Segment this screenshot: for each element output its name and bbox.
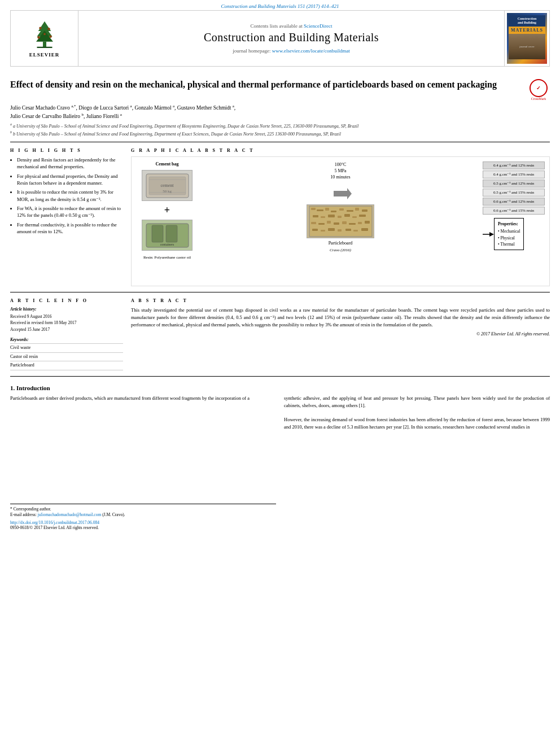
doi-line[interactable]: http://dx.doi.org/10.1016/j.conbuildmat.…	[10, 520, 276, 525]
ga-right-col: 0.4 g.cm⁻³ and 12% resin 0.4 g.cm⁻³ and …	[483, 161, 545, 250]
mix-row-6: 0.6 g.cm⁻³ and 15% resin	[483, 207, 545, 215]
highlight-item-1: Density and Resin factors act independen…	[17, 156, 123, 171]
cement-bag-image: cement 50 kg	[142, 170, 193, 201]
article-info-label: A R T I C L E I N F O	[10, 298, 123, 303]
mix-row-4: 0.5 g.cm⁻³ and 15% resin	[483, 189, 545, 196]
arrow-svg	[483, 230, 494, 238]
keywords-list: Civil waste Castor oil resin Particleboa…	[10, 343, 123, 370]
affiliation-b-text: b University of São Paulo – School of An…	[13, 132, 341, 137]
svg-point-9	[43, 33, 46, 35]
mix-row-1: 0.4 g.cm⁻³ and 12% resin	[483, 161, 545, 169]
mix-row-5: 0.6 g.cm⁻³ and 12% resin	[483, 198, 545, 206]
highlight-item-2: For physical and thermal properties, the…	[17, 173, 123, 187]
email-footnote: E-mail address: juliomachadomachado@hotm…	[10, 512, 276, 518]
intro-heading: 1. Introduction	[10, 385, 550, 391]
svg-rect-47	[321, 230, 325, 231]
intro-col-2: synthetic adhesive, and the applying of …	[284, 395, 550, 530]
highlights-list: Density and Resin factors act independen…	[10, 156, 123, 235]
sciencedirect-label: Contents lists available at ScienceDirec…	[251, 23, 333, 29]
ga-inner: Cement bag cement 50 kg	[136, 161, 545, 260]
abstract-label: A B S T R A C T	[131, 298, 550, 303]
journal-title: Construction and Building Materials	[204, 31, 379, 44]
journal-reference: Construction and Building Materials 151 …	[0, 0, 560, 10]
journal-ref-text: Construction and Building Materials 151 …	[221, 3, 339, 9]
svg-rect-18	[166, 225, 177, 242]
homepage-url[interactable]: www.elsevier.com/locate/conbuildmat	[272, 48, 350, 54]
highlights-col: H I G H L I G H T S Density and Resin fa…	[10, 148, 123, 286]
introduction-section: 1. Introduction Particleboards are timbe…	[10, 385, 550, 530]
affiliation-a: a a University of São Paulo – School of …	[10, 123, 550, 129]
email-suffix: (J.M. Cravo).	[102, 512, 125, 517]
footnote-section: * Corresponding author. E-mail address: …	[10, 504, 276, 530]
graphical-abstract-label: G R A P H I C A L A B S T R A C T	[131, 148, 550, 153]
crossmark-badge[interactable]: ✓ CrossMark	[527, 79, 550, 101]
svg-rect-52	[361, 228, 368, 231]
cover-image: Construction and Building MATERIALS jour…	[507, 13, 547, 64]
svg-rect-34	[338, 216, 342, 218]
highlight-item-3: It is possible to reduce the resin conte…	[17, 189, 123, 203]
svg-rect-24	[317, 209, 323, 211]
info-abstract-section: A R T I C L E I N F O Article history: R…	[10, 298, 550, 370]
svg-rect-28	[347, 210, 353, 212]
intro-text-1: Particleboards are timber derived produc…	[10, 395, 276, 402]
svg-marker-54	[489, 232, 494, 237]
intro-text-2: synthetic adhesive, and the applying of …	[284, 395, 550, 431]
issn-line: 0950-0618/© 2017 Elsevier Ltd. All right…	[10, 525, 276, 530]
svg-rect-44	[358, 222, 362, 224]
svg-point-5	[39, 27, 42, 29]
elsevier-logo-section: ELSEVIER	[11, 11, 78, 66]
ga-left-col: Cement bag cement 50 kg	[136, 161, 198, 260]
svg-rect-17	[152, 225, 163, 242]
page: Construction and Building Materials 151 …	[0, 0, 560, 747]
svg-rect-27	[339, 208, 344, 211]
sciencedirect-link[interactable]: ScienceDirect	[304, 23, 332, 29]
svg-rect-20	[334, 191, 347, 196]
svg-rect-23	[311, 208, 316, 210]
particleboard-image	[307, 204, 374, 238]
particleboard-label: Particleboard	[329, 241, 353, 246]
plus-sign: +	[164, 204, 170, 216]
doi-text[interactable]: http://dx.doi.org/10.1016/j.conbuildmat.…	[10, 520, 99, 525]
prop-physical: • Physical	[498, 235, 520, 241]
journal-cover-thumbnail: Construction and Building MATERIALS jour…	[504, 11, 549, 66]
svg-rect-49	[338, 229, 342, 231]
elsevier-wordmark: ELSEVIER	[29, 52, 60, 58]
copyright-text: © 2017 Elsevier Ltd. All rights reserved…	[131, 331, 550, 337]
graphical-abstract-box: Cement bag cement 50 kg	[131, 156, 550, 286]
intro-two-col: Particleboards are timber derived produc…	[10, 395, 550, 530]
journal-title-section: Contents lists available at ScienceDirec…	[78, 11, 504, 66]
svg-point-8	[49, 35, 52, 38]
mix-row-2: 0.4 g.cm⁻³ and 15% resin	[483, 171, 545, 178]
keywords-label: Keywords:	[10, 337, 123, 342]
svg-rect-43	[349, 223, 356, 225]
article-title-row: Effect of density and resin on the mecha…	[10, 79, 550, 101]
accepted-date: Accepted 15 June 2017	[10, 326, 123, 333]
divider-2	[10, 292, 550, 292]
particleboard-svg	[308, 205, 373, 238]
affiliation-b: b b University of São Paulo – School of …	[10, 130, 550, 137]
abstract-text: This study investigated the potential us…	[131, 307, 550, 328]
corresponding-text: * Corresponding author.	[10, 506, 51, 512]
svg-rect-37	[359, 215, 366, 217]
authors-text: Julio Cesar Machado Cravo a,*, Diogo de …	[10, 105, 235, 111]
svg-rect-50	[345, 229, 351, 231]
prop-mechanical: • Mechanical	[498, 228, 520, 234]
email-label: E-mail address:	[10, 512, 37, 517]
mix-row-3: 0.5 g.cm⁻³ and 12% resin	[483, 180, 545, 187]
cravo-label: Cravo (2016)	[330, 248, 351, 252]
elsevier-tree-icon	[28, 20, 62, 51]
svg-rect-39	[318, 223, 325, 225]
divider-3	[10, 376, 550, 377]
svg-rect-40	[327, 221, 331, 224]
keyword-2: Castor oil resin	[10, 353, 123, 362]
svg-rect-42	[342, 221, 347, 224]
highlights-label: H I G H L I G H T S	[10, 148, 123, 153]
svg-point-7	[37, 36, 40, 39]
svg-text:cement: cement	[160, 183, 174, 188]
homepage-label: journal homepage:	[233, 48, 270, 54]
email-address[interactable]: juliomachadomachado@hotmail.com	[38, 512, 102, 517]
svg-rect-1	[37, 46, 52, 47]
article-section: Effect of density and resin on the mecha…	[10, 73, 550, 377]
abstract-col: A B S T R A C T This study investigated …	[131, 298, 550, 370]
svg-rect-0	[43, 41, 46, 47]
